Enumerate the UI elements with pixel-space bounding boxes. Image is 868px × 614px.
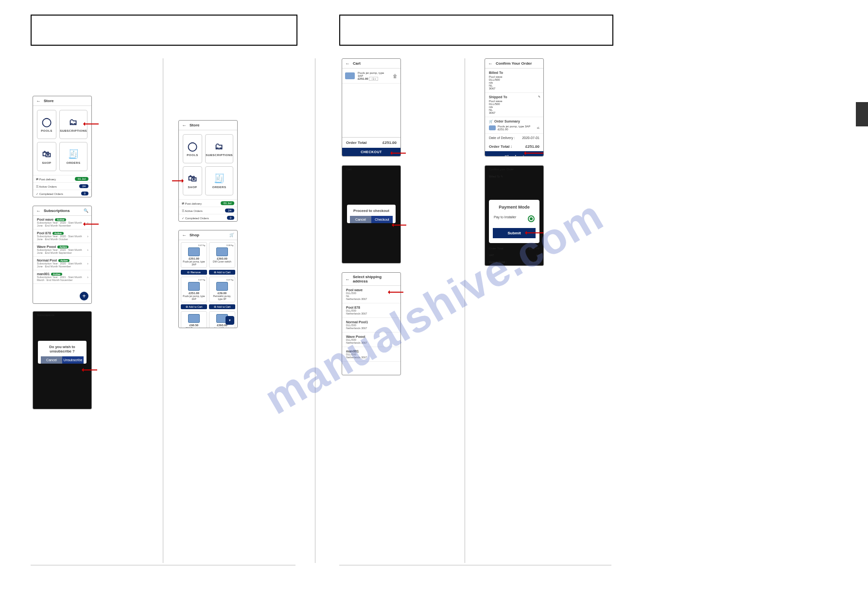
address-item[interactable]: Pool waveDLL/500NLNetherlands 3067 bbox=[342, 286, 400, 303]
screen-title: Store bbox=[190, 123, 199, 127]
address-item[interactable]: Wave PooolDLL/500Netherlands 3067 bbox=[342, 333, 400, 347]
screenshot-confirm-order: ←Confirm Your Order Billed To Pool waveD… bbox=[485, 58, 544, 157]
product-card[interactable]: £90.50DM Clearwater bbox=[181, 311, 207, 328]
cancel-button[interactable]: Cancel bbox=[350, 216, 371, 223]
back-icon[interactable]: ← bbox=[345, 277, 350, 282]
add-to-cart-button[interactable]: ⊕Add to Cart bbox=[181, 304, 207, 309]
annotation-arrow bbox=[391, 153, 406, 154]
chevron-right-icon: › bbox=[87, 261, 88, 265]
divider bbox=[315, 58, 315, 563]
divider bbox=[465, 58, 465, 563]
shop-icon: 🛍 bbox=[42, 149, 52, 159]
address-item[interactable]: Pool 878DLL/500Netherlands 3067 bbox=[342, 303, 400, 318]
payment-dialog: Payment Mode Pay to Installer Submit bbox=[489, 200, 539, 243]
status-active-orders: ☰ Active Orders24 bbox=[179, 207, 237, 214]
tile-orders[interactable]: 🧾ORDERS bbox=[205, 166, 233, 195]
checkout-button[interactable]: Checkout bbox=[485, 151, 543, 157]
screenshot-unsubscribe-dialog: Subscriptions Do you wish to unsubscribe… bbox=[33, 311, 92, 409]
order-total-row: Order Total£251.00 bbox=[342, 137, 400, 148]
dialog-title: Do you wish to unsubscribe ? bbox=[41, 345, 84, 353]
back-icon[interactable]: ← bbox=[182, 232, 187, 238]
subscription-item[interactable]: man001Active Subscription Year : 2021 · … bbox=[33, 270, 91, 284]
screen-title: Store bbox=[44, 99, 53, 103]
screenshot-shipping-address: ←Select shipping address Pool waveDLL/50… bbox=[342, 272, 401, 375]
screen-title: Cart bbox=[353, 61, 361, 66]
screen-title: Shop bbox=[190, 233, 199, 237]
footer-line-right bbox=[339, 565, 611, 565]
unsubscribe-dialog: Do you wish to unsubscribe ? Cancel Unsu… bbox=[38, 341, 87, 364]
pools-icon: ◯ bbox=[188, 141, 198, 152]
subscription-item[interactable]: Wave PooolActive Subscription Year : 202… bbox=[33, 243, 91, 257]
screen-title: Confirm Your Order bbox=[496, 61, 532, 66]
product-image bbox=[188, 282, 200, 291]
qty-stepper[interactable]: - 1 + bbox=[369, 77, 378, 81]
search-icon[interactable]: 🔍 bbox=[84, 209, 88, 213]
cancel-button[interactable]: Cancel bbox=[41, 356, 62, 364]
delivery-date-row: Date of Delivery :2020-07-01 bbox=[485, 134, 543, 142]
chevron-right-icon: › bbox=[87, 234, 88, 238]
add-button[interactable]: + bbox=[80, 292, 88, 300]
tile-subscriptions[interactable]: 🗂SUBSCRIPTIONS bbox=[205, 134, 233, 163]
product-card[interactable]: 0.47 Kg£251.00Pools jet pump, type 3AP bbox=[181, 277, 207, 302]
tile-shop[interactable]: 🛍SHOP bbox=[37, 142, 56, 171]
page-header-right bbox=[339, 15, 613, 46]
checkout-button[interactable]: Checkout bbox=[371, 216, 393, 223]
annotation-arrow bbox=[84, 224, 99, 225]
annotation-arrow bbox=[393, 225, 406, 226]
address-item[interactable]: man001DLL/500Netherlands 3067 bbox=[342, 347, 400, 362]
product-image bbox=[216, 247, 228, 256]
add-to-cart-button[interactable]: ⊕Add to Cart bbox=[209, 270, 235, 275]
orders-icon: 🧾 bbox=[214, 173, 225, 184]
annotation-arrow bbox=[172, 180, 183, 181]
tile-orders[interactable]: 🧾ORDERS bbox=[59, 142, 87, 171]
annotation-arrow bbox=[389, 292, 403, 293]
edit-icon[interactable]: ✎ bbox=[538, 95, 540, 98]
dialog-title: Proceed to checkout bbox=[350, 209, 393, 213]
order-total-row: Order Total :£251.00 bbox=[485, 142, 543, 151]
watermark: manualshive.com bbox=[256, 190, 612, 424]
filter-button[interactable]: ▾ bbox=[226, 316, 234, 325]
billed-to-section: Billed To Pool waveDLL/500rdsNL3067 bbox=[485, 69, 543, 93]
remove-button[interactable]: ⊖Remove bbox=[181, 270, 207, 275]
unsubscribe-button[interactable]: Unsubscribe bbox=[62, 356, 84, 364]
back-icon[interactable]: ← bbox=[36, 208, 41, 213]
product-card[interactable]: 0.47 Kg£251.00Pools jet pump, type 3AP bbox=[181, 242, 207, 268]
back-icon[interactable]: ← bbox=[345, 61, 350, 66]
delete-icon[interactable]: 🗑 bbox=[393, 73, 398, 79]
cart-item: Pools jet pump, type 3AP£251.00 - 1 + 🗑 bbox=[342, 69, 400, 84]
product-image bbox=[188, 314, 200, 323]
back-icon[interactable]: ← bbox=[36, 98, 41, 104]
subscription-item[interactable]: Normal PoolActive Subscription Year : 20… bbox=[33, 257, 91, 270]
page-edge-marker bbox=[856, 102, 868, 126]
status-completed-orders: ✓ Completed Orders0 bbox=[179, 214, 237, 221]
add-to-cart-button[interactable]: ⊕Add to Cart bbox=[209, 304, 235, 309]
proceed-dialog: Proceed to checkout Cancel Checkout bbox=[347, 205, 396, 223]
product-image bbox=[345, 72, 355, 79]
subscriptions-icon: 🗂 bbox=[215, 141, 224, 152]
orders-icon: 🧾 bbox=[68, 149, 79, 159]
pools-icon: ◯ bbox=[42, 117, 52, 127]
annotation-arrow bbox=[526, 232, 543, 233]
status-active-orders: ☰ Active Orders24 bbox=[33, 182, 91, 190]
screenshot-store-1: ←Store ◯POOLS 🗂SUBSCRIPTIONS 🛍SHOP 🧾ORDE… bbox=[33, 96, 92, 197]
tile-pools[interactable]: ◯POOLS bbox=[183, 134, 202, 163]
product-image bbox=[216, 282, 228, 291]
address-item[interactable]: Normal Pool1DLL/500Netherlands 3067 bbox=[342, 318, 400, 333]
product-card[interactable]: 0.47 Kg£29.00Peristaltic pump, type 3P bbox=[209, 277, 235, 302]
subscription-item[interactable]: Pool 878Active Subscription Year : 2020 … bbox=[33, 229, 91, 243]
screen-title: Subscriptions bbox=[44, 209, 69, 213]
cart-icon[interactable]: 🛒 bbox=[229, 233, 234, 237]
tile-pools[interactable]: ◯POOLS bbox=[37, 110, 56, 139]
back-icon[interactable]: ← bbox=[488, 61, 493, 66]
tile-shop[interactable]: 🛍SHOP bbox=[183, 166, 202, 195]
dialog-title: Payment Mode bbox=[493, 205, 536, 210]
radio-selected-icon bbox=[528, 215, 535, 222]
status-post-delivery: ⇄ Post delivery01 Jul bbox=[33, 175, 91, 182]
subscriptions-icon: 🗂 bbox=[69, 117, 78, 127]
back-icon[interactable]: ← bbox=[182, 123, 187, 128]
screenshot-cart: ←Cart Pools jet pump, type 3AP£251.00 - … bbox=[342, 58, 401, 157]
payment-option[interactable]: Pay to Installer bbox=[493, 213, 536, 224]
annotation-arrow bbox=[83, 369, 97, 370]
product-card[interactable]: 0.90 Kg£293.00DM Cover switch bbox=[209, 242, 235, 268]
screenshot-proceed-checkout: Cart Proceed to checkout Cancel Checkout bbox=[342, 165, 401, 263]
